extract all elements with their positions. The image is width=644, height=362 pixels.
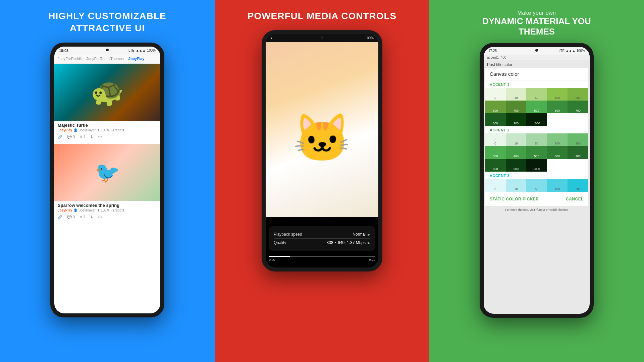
accent2-color-grid: 0 10 50 100 200 300 400 500 600 700 800 …	[485, 133, 588, 172]
camera-dot-2	[321, 36, 323, 39]
video-time-total: 0:21	[369, 258, 375, 261]
upvote-icon-1: ⬆ 1	[79, 135, 86, 139]
media-controls-overlay: Playback speed Normal ▶ Quality 338 × 64…	[269, 226, 375, 251]
accent3-section-title: ACCENT 3	[485, 172, 588, 179]
video-progress-bar[interactable]	[269, 256, 375, 257]
color-cell-a1-100[interactable]: 100	[547, 88, 568, 101]
battery-icon-1: 100%	[147, 49, 156, 52]
cancel-button[interactable]: CANCEL	[566, 195, 584, 203]
playback-speed-row[interactable]: Playback speed Normal ▶	[274, 230, 370, 238]
phone-frame-2: ● 100% Playback speed Normal ▶ Quality 3…	[262, 30, 382, 272]
phone-screen-1: 18:03 LTE ▲▲▲ 100% JoeyForReddit JoeyFor…	[54, 47, 160, 313]
post-image-sparrow	[54, 144, 160, 201]
color-cell-a3-10[interactable]: 10	[506, 179, 527, 192]
panel-1: HIGHLY CUSTOMIZABLE ATTRACTIVE UI 18:03 …	[0, 0, 215, 362]
network-icon-3: LTE	[559, 49, 565, 53]
color-cell-a2-800[interactable]: 800	[485, 159, 506, 172]
downvote-icon-2: ⬇	[90, 215, 93, 219]
signal-icon-3: ▲▲▲	[566, 49, 576, 53]
color-cell-a2-300[interactable]: 300	[485, 146, 506, 159]
color-cell-a1-800[interactable]: 800	[485, 113, 506, 126]
color-cell-a2-100[interactable]: 100	[547, 133, 568, 146]
panel-2-title: POWERFUL MEDIA CONTROLS	[248, 10, 397, 22]
video-time-current: 0:05	[269, 258, 275, 261]
network-icon-1: LTE	[128, 49, 135, 52]
battery-icon-3: 100%	[576, 49, 585, 53]
downvote-icon-1: ⬇	[90, 135, 93, 139]
color-cell-a3-100[interactable]: 100	[547, 179, 568, 192]
tab-joeyforreddit[interactable]: JoeyForReddit	[58, 57, 82, 63]
video-content-cat	[266, 42, 378, 217]
color-cell-a1-500[interactable]: 500	[526, 101, 547, 113]
color-cell-a3-200[interactable]: 200	[568, 179, 588, 192]
bottom-note: For more themes, visit r/JoeyForRedditTh…	[484, 206, 590, 214]
breadcrumb-text: accent1_400	[487, 56, 506, 59]
status-icons-3: LTE ▲▲▲ 100%	[559, 49, 585, 53]
color-cell-a1-700[interactable]: 700	[568, 101, 588, 113]
quality-label: Quality	[274, 240, 286, 245]
color-cell-a2-900[interactable]: 900	[506, 159, 527, 172]
post-actions-1: 🔗 💬 0 ⬆ 1 ⬇ •••	[54, 133, 160, 141]
breadcrumb-bar: accent1_400	[484, 55, 590, 60]
camera-indicator-2: ●	[270, 36, 272, 40]
color-cell-a3-0[interactable]: 0	[485, 179, 506, 192]
panel-3-subtitle: Make your own	[482, 10, 591, 16]
color-cell-a1-200[interactable]: 200	[568, 88, 588, 101]
status-icons-1: LTE ▲▲▲ 100%	[128, 49, 156, 52]
post-meta-1: Majestic Turtle JoeyPlay 👤 JoeyPlayer ⬆ …	[54, 121, 160, 133]
color-cell-a3-50[interactable]: 50	[526, 179, 547, 192]
panel-3: Make your own DYNAMIC MATERIAL YOU THEME…	[429, 0, 644, 362]
accent2-section-title: ACCENT 2	[485, 126, 588, 133]
color-cell-a2-50[interactable]: 50	[526, 133, 547, 146]
more-icon-1[interactable]: •••	[98, 135, 102, 139]
color-cell-a1-900[interactable]: 900	[506, 113, 527, 126]
more-icon-2[interactable]: •••	[98, 215, 102, 219]
color-cell-a2-1000[interactable]: 1000	[526, 159, 547, 172]
color-cell-a2-10[interactable]: 10	[506, 133, 527, 146]
phone-frame-1: 18:03 LTE ▲▲▲ 100% JoeyForReddit JoeyFor…	[50, 43, 164, 317]
tabs-bar-1[interactable]: JoeyForReddit JoeyForRedditThemes JoeyPl…	[54, 55, 160, 64]
post-author-2: JoeyPlay 👤 JoeyPlayer ⬆ 100% · i.redd.it	[58, 208, 157, 212]
battery-2: 100%	[365, 36, 374, 40]
color-cell-a1-300[interactable]: 300	[485, 101, 506, 113]
panel-3-title-block: Make your own DYNAMIC MATERIAL YOU THEME…	[482, 10, 591, 37]
color-cell-a2-700[interactable]: 700	[568, 146, 588, 159]
color-cell-a1-10[interactable]: 10	[506, 88, 527, 101]
phone-frame-3: 17:25 LTE ▲▲▲ 100% accent1_400 Post titl…	[480, 43, 594, 318]
quality-arrow-icon: ▶	[368, 241, 370, 245]
clock-3: 17:25	[488, 49, 497, 53]
post-actions-2: 🔗 💬 0 ⬆ 1 ⬇ •••	[54, 214, 160, 221]
color-cell-a2-600[interactable]: 600	[547, 146, 568, 159]
camera-dot-1	[106, 49, 109, 51]
post-image-turtle	[54, 64, 160, 121]
comment-icon-2: 💬 0	[67, 215, 75, 219]
color-cell-a1-600[interactable]: 600	[547, 101, 568, 113]
color-cell-a1-1000[interactable]: 1000	[526, 113, 547, 126]
accent1-section-title: ACCENT 1	[485, 80, 588, 88]
color-cell-a1-400[interactable]: 400	[506, 101, 527, 113]
color-cell-a2-200[interactable]: 200	[568, 133, 588, 146]
static-color-picker-button[interactable]: STATIC COLOR PICKER	[490, 195, 539, 203]
playback-speed-label: Playback speed	[274, 232, 302, 237]
phone-screen-3: 17:25 LTE ▲▲▲ 100% accent1_400 Post titl…	[484, 47, 590, 314]
tab-joeyplay[interactable]: JoeyPlay	[128, 57, 145, 63]
cp-footer: STATIC COLOR PICKER CANCEL	[485, 192, 588, 206]
quality-row[interactable]: Quality 338 × 640, 1.37 Mbps ▶	[274, 238, 370, 247]
color-cell-a1-0[interactable]: 0	[485, 88, 506, 101]
camera-dot-3	[535, 49, 538, 52]
color-cell-a2-500[interactable]: 500	[526, 146, 547, 159]
tab-joeythemes[interactable]: JoeyForRedditThemes	[87, 57, 124, 63]
panel-2: POWERFUL MEDIA CONTROLS ● 100% Playback …	[215, 0, 429, 362]
signal-icon-1: ▲▲▲	[136, 49, 146, 52]
playback-speed-value: Normal ▶	[353, 232, 370, 237]
clock-1: 18:03	[59, 49, 68, 53]
playback-arrow-icon: ▶	[368, 233, 370, 236]
panel-3-title-main: DYNAMIC MATERIAL YOU THEMES	[482, 16, 591, 37]
color-cell-a2-400[interactable]: 400	[506, 146, 527, 159]
video-progress-fill	[269, 256, 290, 257]
color-cell-a2-0[interactable]: 0	[485, 133, 506, 146]
panel-1-title: HIGHLY CUSTOMIZABLE ATTRACTIVE UI	[48, 10, 166, 35]
accent1-color-grid: 0 10 50 100 200 300 400 500 600 700 800 …	[485, 88, 588, 126]
color-cell-a1-50[interactable]: 50	[526, 88, 547, 101]
upvote-icon-2: ⬆ 1	[79, 215, 86, 219]
